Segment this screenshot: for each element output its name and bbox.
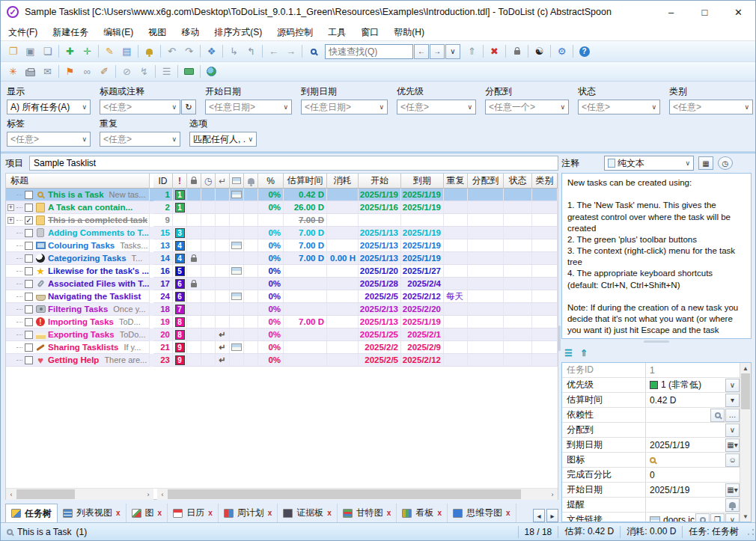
donate-icon[interactable] [180,64,198,79]
task-title-cell[interactable]: Navigating the Tasklist [6,290,150,303]
quick-find-dropdown-button[interactable]: ∨ [445,44,460,59]
attribute-row[interactable]: 到期日期2025/1/19▦▾ [562,438,740,453]
task-title-cell[interactable]: +✓This is a completed task [6,214,150,227]
task-title-cell[interactable]: This is a TaskNew tas... [6,189,150,201]
task-checkbox[interactable] [25,343,33,352]
toggle-style-icon[interactable]: ☯ [531,43,548,59]
search-button[interactable] [695,513,710,523]
tab-scroll-right-button[interactable]: ▸ [546,509,558,522]
task-checkbox[interactable] [25,267,33,275]
menu-item-6[interactable]: 源码控制 [269,23,320,41]
view-tab-日历[interactable]: 日历x [168,504,219,522]
link-icon[interactable]: ∞ [79,64,96,79]
attribute-value[interactable]: 1 [646,363,740,377]
comments-format-combo[interactable]: 纯文本 ∨ [604,156,694,171]
column-header-due[interactable]: 到期 [401,174,444,189]
column-header-time[interactable]: ◷ [201,174,216,189]
attribute-value[interactable] [646,423,725,437]
filter-combo-标题或注释[interactable]: <任意>∨ [100,100,180,114]
reminder-button[interactable] [725,498,740,512]
quick-find-prev-button[interactable]: ← [414,44,429,59]
filter-combo-状态[interactable]: <任意>∨ [578,100,660,114]
task-row[interactable]: +A Task can contain...210%26.00 D2025/1/… [6,201,558,214]
task-row[interactable]: Categorizing TasksT...1440%7.00 D0.00 H2… [6,252,558,265]
task-title-cell[interactable]: Exporting TasksToDo... [6,328,150,341]
dropdown-button[interactable]: ∨ [725,513,740,523]
column-header-pct[interactable]: % [258,174,284,189]
open-tasklist-icon[interactable]: ❐ [4,43,22,59]
tab-close-icon[interactable]: x [327,509,332,517]
cancel-action-icon[interactable]: ⊘ [118,64,135,79]
layout-icon[interactable]: ❖ [203,43,220,59]
help-icon[interactable]: ? [576,43,593,59]
redo-icon[interactable]: ↷ [180,43,198,59]
task-attributes-icon[interactable]: ▤ [118,43,135,59]
attribute-row[interactable]: 提醒 [562,498,740,513]
view-tab-周计划[interactable]: 周计划x [219,504,278,522]
task-title-cell[interactable]: Filtering TasksOnce y... [6,303,150,316]
task-row[interactable]: Exporting TasksToDo...208↵0%2025/1/25202… [6,328,558,341]
view-tab-思维导图[interactable]: 思维导图x [448,504,516,522]
calendar-button[interactable]: ▦▾ [725,438,740,452]
task-checkbox[interactable]: ✓ [25,216,33,224]
attribute-value[interactable]: 2025/1/19 [646,438,725,452]
horizontal-splitter[interactable] [561,339,752,344]
column-header-assign[interactable]: 分配到 [468,174,504,189]
task-row[interactable]: ♥Getting HelpThere are...239↵0%2025/2/52… [6,354,558,367]
edit-task-icon[interactable]: ✎ [101,43,118,59]
column-header-lock[interactable] [187,174,201,189]
task-title-cell[interactable]: ♥Getting HelpThere are... [6,354,150,367]
columns-pane-hscrollbar[interactable]: ‹› [157,489,558,500]
maximize-button[interactable]: □ [688,1,722,23]
column-header-reminder[interactable] [244,174,258,189]
task-checkbox[interactable] [25,204,33,212]
tab-scroll-left-button[interactable]: ◂ [533,509,545,522]
task-row[interactable]: Adding Comments to T...1530%7.00 D2025/1… [6,227,558,239]
column-header-recurrence[interactable]: ↵ [216,174,230,189]
attribute-value[interactable] [646,498,725,512]
task-title-cell[interactable]: Categorizing TasksT... [6,252,150,265]
indent-task-icon[interactable]: ↳ [225,43,243,59]
project-title-input[interactable] [29,156,558,171]
spellcheck-icon[interactable]: ✳ [4,64,22,79]
tab-close-icon[interactable]: x [208,509,213,517]
cleanup-icon[interactable]: ✐ [96,64,113,79]
task-checkbox[interactable] [25,242,33,250]
undo-icon[interactable]: ↶ [163,43,180,59]
close-button[interactable]: ✕ [722,1,755,23]
filter-combo-显示[interactable]: A) 所有任务(A)∨ [7,100,91,114]
minimize-button[interactable]: – [654,1,688,23]
menu-item-8[interactable]: 窗口 [353,23,386,41]
filter-combo-重复[interactable]: <任意>∨ [100,132,180,147]
back-icon[interactable]: ← [265,43,282,59]
column-header-start[interactable]: 开始 [359,174,401,189]
print-icon[interactable] [22,64,39,79]
column-header-spent[interactable]: 消耗 [327,174,359,189]
lock-tasklist-icon[interactable] [508,43,525,59]
outdent-task-icon[interactable]: ↰ [243,43,260,59]
preferences-icon[interactable]: ⚙ [553,43,570,59]
resize-grip[interactable] [746,528,755,537]
expand-icon[interactable]: + [7,204,14,211]
save-tasklist-icon[interactable]: ▣ [22,43,39,59]
spin-button[interactable]: ▾ [725,394,740,407]
new-subtask-icon[interactable]: ✛ [79,43,96,59]
column-header-status[interactable]: 状态 [504,174,532,189]
lightning-icon[interactable]: ↯ [135,64,153,79]
task-row[interactable]: Filtering TasksOnce y...1870%2025/2/1320… [6,303,558,316]
task-title-cell[interactable]: Associated Files with T... [6,278,150,290]
filter-refresh-button[interactable]: ↻ [181,100,196,114]
task-row[interactable]: ★Likewise for the task's ...1650%2025/1/… [6,265,558,278]
attribute-row[interactable]: 完成百分比0 [562,468,740,483]
view-tab-看板[interactable]: 看板x [397,504,448,522]
new-task-icon[interactable]: ✚ [61,43,79,59]
attribute-row[interactable]: 估算时间0.42 D▾ [562,393,740,408]
comments-text[interactable]: New tasks can be created using: 1. The '… [561,173,752,339]
column-header-title[interactable]: 标题 [6,174,150,189]
menu-item-9[interactable]: 帮助(H) [386,23,432,41]
browse-button[interactable]: ❐ [710,513,725,523]
task-checkbox[interactable] [25,318,33,326]
task-title-cell[interactable]: !Importing TasksToD... [6,316,150,328]
task-checkbox[interactable] [25,229,33,237]
expand-icon[interactable]: + [7,217,14,224]
